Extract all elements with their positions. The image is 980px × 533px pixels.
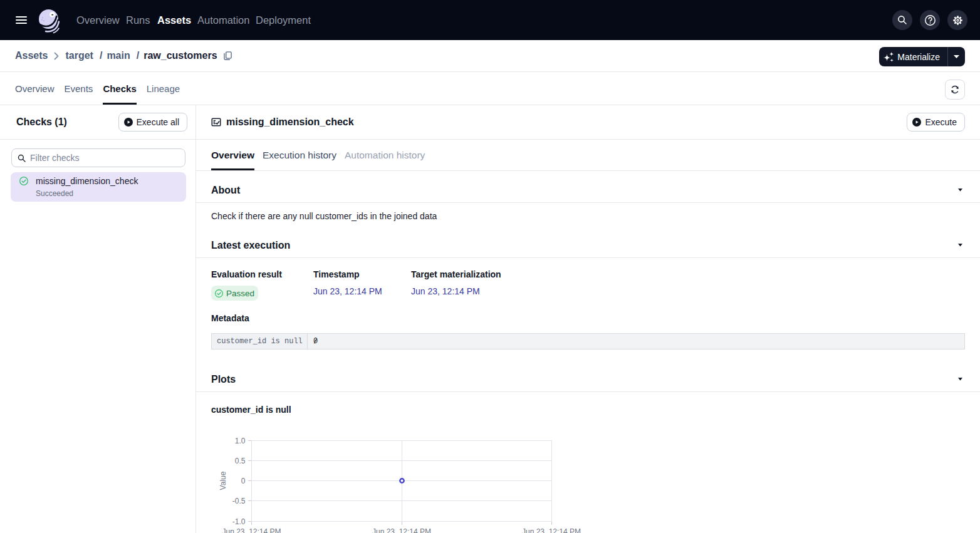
svg-text:1.0: 1.0 bbox=[235, 437, 246, 445]
svg-text:0.5: 0.5 bbox=[235, 457, 246, 465]
svg-text:Value: Value bbox=[219, 471, 227, 490]
svg-text:0: 0 bbox=[241, 477, 246, 485]
svg-text:Jun 23, 12:14 PM: Jun 23, 12:14 PM bbox=[222, 527, 281, 533]
svg-text:-1.0: -1.0 bbox=[232, 517, 246, 526]
svg-text:-0.5: -0.5 bbox=[232, 497, 246, 505]
svg-text:Jun 23, 12:14 PM: Jun 23, 12:14 PM bbox=[522, 527, 581, 533]
svg-text:Jun 23, 12:14 PM: Jun 23, 12:14 PM bbox=[372, 527, 431, 533]
